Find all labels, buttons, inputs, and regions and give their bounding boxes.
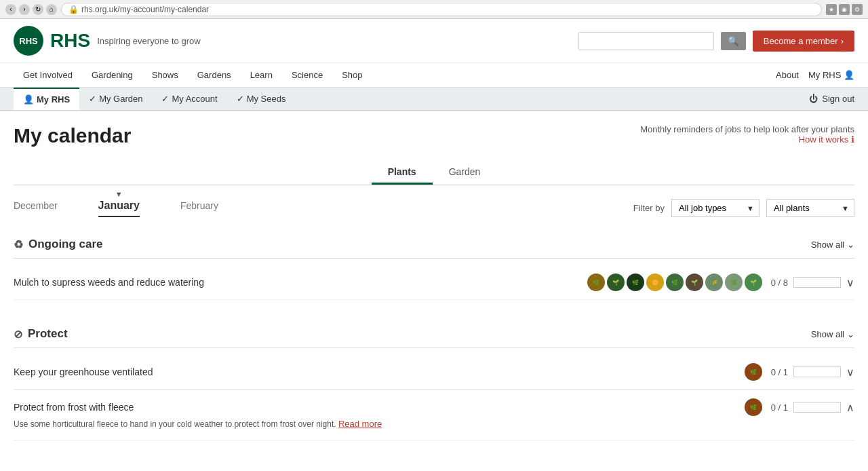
plants-select-wrapper: All plants ▼	[766, 199, 854, 217]
info-icon: ℹ	[851, 134, 854, 145]
task-greenhouse-label: Keep your greenhouse ventilated	[14, 366, 745, 377]
url-text: rhs.org.uk/my-account/my-calendar	[81, 5, 209, 14]
home-btn[interactable]: ⌂	[46, 4, 57, 15]
nav-my-rhs[interactable]: My RHS 👤	[808, 70, 854, 80]
nav-shows[interactable]: Shows	[142, 63, 188, 87]
forward-btn[interactable]: ›	[19, 4, 30, 15]
month-selector-row: December ▼ January February Filter by Al…	[14, 199, 854, 217]
nav-gardening[interactable]: Gardening	[82, 63, 142, 87]
task-frost-main-row: Protect from frost with fleece 🌿 0 / 1 ∧	[14, 398, 854, 416]
page-subtitle: Monthly reminders of jobs to help look a…	[640, 124, 854, 134]
job-types-select[interactable]: All job types	[671, 199, 760, 217]
month-february[interactable]: February	[180, 200, 218, 216]
subnav-my-account[interactable]: ✓ My Account	[152, 88, 226, 110]
task-greenhouse-progress	[793, 366, 841, 377]
my-rhs-icon: 👤	[23, 94, 34, 105]
plant-avatar-2: 🌱	[607, 274, 625, 291]
page-content: My calendar Monthly reminders of jobs to…	[0, 111, 868, 471]
subnav-my-seeds[interactable]: ✓ My Seeds	[227, 88, 296, 110]
header-right: 🔍 Become a member ›	[578, 31, 854, 52]
plant-avatar-3: 🌿	[627, 274, 644, 291]
task-frost: Protect from frost with fleece 🌿 0 / 1 ∧…	[14, 390, 854, 440]
plant-avatars-greenhouse: 🌿	[745, 363, 762, 381]
svg-text:RHS: RHS	[19, 36, 38, 46]
lock-icon: 🔒	[68, 5, 79, 14]
month-january[interactable]: ▼ January	[98, 200, 140, 217]
month-selector-left: December ▼ January February	[14, 200, 218, 217]
protect-show-all[interactable]: Show all ⌄	[811, 329, 854, 339]
my-seeds-icon: ✓	[237, 94, 244, 104]
chevron-right-icon: ›	[841, 36, 844, 46]
user-icon: 👤	[844, 70, 854, 80]
plants-select[interactable]: All plants	[766, 199, 854, 217]
nav-gardens[interactable]: Gardens	[188, 63, 241, 87]
plant-avatar-6: 🌱	[686, 274, 703, 291]
nav-science[interactable]: Science	[282, 63, 332, 87]
search-button[interactable]: 🔍	[721, 32, 746, 50]
sign-out[interactable]: ⏻ Sign out	[809, 94, 854, 104]
subnav-my-rhs[interactable]: 👤 My RHS	[14, 88, 79, 110]
ongoing-care-title: ♻ Ongoing care	[14, 238, 103, 251]
nav-shop[interactable]: Shop	[332, 63, 372, 87]
nav-about[interactable]: About	[776, 70, 799, 80]
site-header: RHS RHS Inspiring everyone to grow 🔍 Bec…	[0, 19, 868, 63]
search-input[interactable]	[578, 32, 714, 50]
task-mulch-chevron-icon[interactable]: ∨	[846, 276, 854, 289]
sub-nav: 👤 My RHS ✓ My Garden ✓ My Account ✓ My S…	[0, 88, 868, 111]
task-greenhouse: Keep your greenhouse ventilated 🌿 0 / 1 …	[14, 355, 854, 390]
task-frost-sub-text: Use some horticultural fleece to hand in…	[14, 416, 854, 432]
ongoing-care-icon: ♻	[14, 238, 23, 251]
protect-title: ⊘ Protect	[14, 327, 68, 341]
ongoing-care-header: ♻ Ongoing care Show all ⌄	[14, 231, 854, 259]
plant-avatar-8: 🌿	[725, 274, 743, 291]
become-member-label: Become a member	[764, 36, 838, 46]
ongoing-care-section: ♻ Ongoing care Show all ⌄ Mulch to supre…	[14, 231, 854, 300]
nav-get-involved[interactable]: Get Involved	[14, 63, 82, 87]
ongoing-care-show-all[interactable]: Show all ⌄	[811, 240, 854, 250]
task-mulch-progress	[793, 277, 841, 288]
tab-garden[interactable]: Garden	[433, 161, 497, 185]
become-member-button[interactable]: Become a member ›	[753, 31, 854, 52]
read-more-link[interactable]: Read more	[338, 419, 382, 429]
ext-icon-3: ⚙	[852, 4, 863, 15]
month-december[interactable]: December	[14, 200, 58, 216]
subnav-my-garden[interactable]: ✓ My Garden	[79, 88, 152, 110]
page-title-row: My calendar Monthly reminders of jobs to…	[14, 124, 854, 147]
sign-out-icon: ⏻	[809, 94, 818, 104]
task-greenhouse-right: 🌿 0 / 1 ∨	[745, 363, 854, 381]
rhs-logo-text: RHS	[50, 30, 90, 52]
task-frost-chevron-icon[interactable]: ∧	[846, 401, 854, 414]
plant-avatar-5: 🌿	[666, 274, 684, 291]
task-greenhouse-chevron-icon[interactable]: ∨	[846, 366, 854, 379]
tabs: Plants Garden	[14, 161, 854, 185]
task-mulch-count: 0 / 8	[768, 278, 788, 288]
browser-chrome: ‹ › ↻ ⌂ 🔒 rhs.org.uk/my-account/my-calen…	[0, 0, 868, 19]
plant-avatar-greenhouse-1: 🌿	[745, 363, 762, 381]
tagline: Inspiring everyone to grow	[97, 36, 200, 46]
main-nav: Get Involved Gardening Shows Gardens Lea…	[0, 63, 868, 88]
task-mulch-right: 🌿 🌱 🌿 🌼 🌿 🌱 🌾 🌿 🌱 0 / 8 ∨	[587, 274, 854, 291]
my-account-icon: ✓	[161, 94, 169, 104]
task-frost-count: 0 / 1	[768, 402, 788, 413]
page-title: My calendar	[14, 124, 131, 147]
nav-learn[interactable]: Learn	[241, 63, 282, 87]
ext-icon-2: ◉	[839, 4, 850, 15]
browser-controls[interactable]: ‹ › ↻ ⌂	[5, 4, 57, 15]
tab-plants[interactable]: Plants	[372, 161, 433, 185]
how-it-works-link[interactable]: How it works ℹ	[640, 134, 854, 145]
browser-extension-icons: ★ ◉ ⚙	[826, 4, 863, 15]
month-arrow-icon: ▼	[115, 190, 123, 198]
task-frost-progress	[793, 402, 841, 413]
task-mulch-label: Mulch to supress weeds and reduce wateri…	[14, 277, 587, 288]
my-garden-icon: ✓	[89, 94, 96, 104]
plant-avatar-frost-1: 🌿	[745, 398, 762, 416]
show-all-chevron-icon: ⌄	[847, 240, 854, 250]
logo-area: RHS RHS Inspiring everyone to grow	[14, 26, 201, 56]
plant-avatar-7: 🌾	[705, 274, 723, 291]
refresh-btn[interactable]: ↻	[33, 4, 43, 15]
address-bar[interactable]: 🔒 rhs.org.uk/my-account/my-calendar	[61, 3, 822, 16]
back-btn[interactable]: ‹	[5, 4, 16, 15]
rhs-logo-icon: RHS	[14, 26, 43, 56]
plant-avatars-mulch: 🌿 🌱 🌿 🌼 🌿 🌱 🌾 🌿 🌱	[587, 274, 762, 291]
protect-header: ⊘ Protect Show all ⌄	[14, 320, 854, 348]
